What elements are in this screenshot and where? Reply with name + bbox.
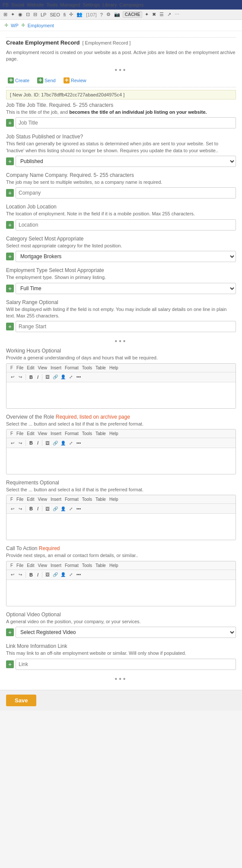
req-link-icon[interactable]: 🔗	[52, 505, 59, 512]
job-title-input[interactable]	[16, 117, 236, 128]
cta-menu-edit[interactable]: Edit	[25, 563, 35, 568]
req-expand-icon[interactable]: ⤢	[67, 505, 74, 512]
cta-italic-btn[interactable]: I	[35, 572, 40, 578]
review-button[interactable]: ✛ Review	[62, 77, 88, 84]
overview-body[interactable]	[6, 448, 236, 474]
req-menu-insert[interactable]: Insert	[49, 496, 63, 502]
cta-menu-help[interactable]: Help	[108, 563, 120, 568]
nav-fb[interactable]: FB	[2, 2, 10, 8]
ov-link-icon[interactable]: 🔗	[52, 439, 59, 446]
cta-link-icon[interactable]: 🔗	[52, 571, 59, 578]
tool-icon-q[interactable]: ?	[99, 12, 104, 18]
job-title-plus-btn[interactable]: +	[6, 119, 14, 127]
ov-image-icon[interactable]: 🖼	[44, 439, 51, 446]
requirements-body[interactable]	[6, 514, 236, 540]
ov-menu-insert[interactable]: Insert	[49, 431, 63, 436]
nav-social[interactable]: Social	[10, 2, 25, 8]
ov-menu-edit[interactable]: Edit	[25, 431, 35, 436]
cta-menu-f[interactable]: F	[9, 563, 14, 568]
wh-menu-view[interactable]: View	[36, 365, 48, 371]
cta-menu-table[interactable]: Table	[94, 563, 107, 568]
req-menu-edit[interactable]: Edit	[25, 496, 35, 502]
cta-body[interactable]	[6, 580, 236, 606]
ov-menu-view[interactable]: View	[36, 431, 48, 436]
breadcrumb-wp-icon[interactable]: ✛	[4, 22, 8, 28]
ov-menu-table[interactable]: Table	[94, 431, 107, 436]
nav-website[interactable]: Website	[26, 2, 45, 8]
wh-menu-file[interactable]: File	[15, 365, 25, 371]
save-button[interactable]: Save	[6, 695, 36, 706]
ov-italic-btn[interactable]: I	[35, 440, 40, 446]
ov-more-icon[interactable]: •••	[75, 439, 82, 446]
cta-more-icon[interactable]: •••	[75, 571, 82, 578]
cta-menu-insert[interactable]: Insert	[49, 563, 63, 568]
tool-icon-seo[interactable]: SEO	[49, 12, 60, 18]
nav-settings[interactable]: Settings	[82, 2, 101, 8]
nav-campaigns[interactable]: Campaigns	[119, 2, 145, 8]
nav-library[interactable]: Library	[102, 2, 118, 8]
wh-menu-tools[interactable]: Tools	[81, 365, 93, 371]
tool-icon-fi[interactable]: fi	[63, 12, 67, 18]
wh-menu-edit[interactable]: Edit	[25, 365, 35, 371]
cta-menu-format[interactable]: Format	[64, 563, 80, 568]
location-plus-btn[interactable]: +	[6, 221, 14, 229]
nav-managed[interactable]: Managed	[59, 2, 81, 8]
cta-menu-view[interactable]: View	[36, 563, 48, 568]
create-button[interactable]: ✛ Create	[6, 77, 31, 84]
tool-icon-camera[interactable]: 📷	[113, 11, 121, 18]
wh-more-icon[interactable]: •••	[75, 374, 82, 381]
cta-redo-icon[interactable]: ↪	[17, 571, 24, 578]
employment-type-plus-btn[interactable]: +	[6, 285, 14, 292]
wh-image-icon[interactable]: 🖼	[44, 374, 51, 381]
tool-icon-people[interactable]: 👥	[76, 11, 83, 18]
req-redo-icon[interactable]: ↪	[17, 505, 24, 512]
breadcrumb-employment[interactable]: Employment	[28, 23, 54, 28]
wh-menu-insert[interactable]: Insert	[49, 365, 63, 371]
ov-bold-btn[interactable]: B	[28, 440, 35, 446]
optional-video-plus-btn[interactable]: +	[6, 628, 14, 636]
working-hours-body[interactable]	[6, 382, 236, 408]
req-more-icon[interactable]: •••	[75, 505, 82, 512]
wh-redo-icon[interactable]: ↪	[17, 374, 24, 381]
tool-icon-share[interactable]: ✢	[68, 11, 74, 18]
req-menu-tools[interactable]: Tools	[81, 496, 93, 502]
wh-bold-btn[interactable]: B	[28, 374, 35, 380]
send-button[interactable]: ✛ Send	[35, 77, 57, 84]
cta-person-icon[interactable]: 👤	[60, 571, 67, 578]
req-image-icon[interactable]: 🖼	[44, 505, 51, 512]
req-menu-file[interactable]: File	[15, 496, 25, 502]
cache-badge[interactable]: CACHE	[123, 11, 143, 18]
req-menu-view[interactable]: View	[36, 496, 48, 502]
wh-undo-icon[interactable]: ↩	[9, 374, 16, 381]
salary-range-plus-btn[interactable]: +	[6, 323, 14, 330]
wh-menu-help[interactable]: Help	[108, 365, 120, 371]
ov-person-icon[interactable]: 👤	[60, 439, 67, 446]
cta-image-icon[interactable]: 🖼	[44, 571, 51, 578]
ov-expand-icon[interactable]: ⤢	[67, 439, 74, 446]
req-italic-btn[interactable]: I	[35, 506, 40, 512]
req-bold-btn[interactable]: B	[28, 506, 35, 512]
cta-expand-icon[interactable]: ⤢	[67, 571, 74, 578]
employment-type-select[interactable]: Full Time Part Time Contract Casual	[16, 283, 236, 294]
tool-icon-gear[interactable]: ⚙	[105, 11, 111, 18]
req-menu-help[interactable]: Help	[108, 496, 120, 502]
cta-menu-file[interactable]: File	[15, 563, 25, 568]
cta-bold-btn[interactable]: B	[28, 572, 35, 578]
ov-menu-help[interactable]: Help	[108, 431, 120, 436]
tool-icon-1[interactable]: ⊞	[3, 11, 8, 18]
cta-undo-icon[interactable]: ↩	[9, 571, 16, 578]
link-input[interactable]	[16, 659, 236, 670]
tool-icon-lp[interactable]: LP	[40, 12, 47, 18]
tool-icon-3[interactable]: ◉	[17, 11, 23, 18]
salary-range-input[interactable]	[16, 321, 236, 332]
ov-redo-icon[interactable]: ↪	[17, 439, 24, 446]
req-menu-f[interactable]: F	[9, 496, 14, 502]
location-input[interactable]	[16, 219, 236, 231]
tool-icon-arrow[interactable]: ↗	[166, 11, 172, 18]
nav-tools[interactable]: Tools	[46, 2, 59, 8]
optional-video-select[interactable]: Select Registered Video	[16, 627, 236, 638]
tool-icon-more[interactable]: ⋯	[174, 11, 180, 18]
job-status-plus-btn[interactable]: +	[6, 157, 14, 165]
wh-menu-table[interactable]: Table	[94, 365, 107, 371]
ov-menu-format[interactable]: Format	[64, 431, 80, 436]
